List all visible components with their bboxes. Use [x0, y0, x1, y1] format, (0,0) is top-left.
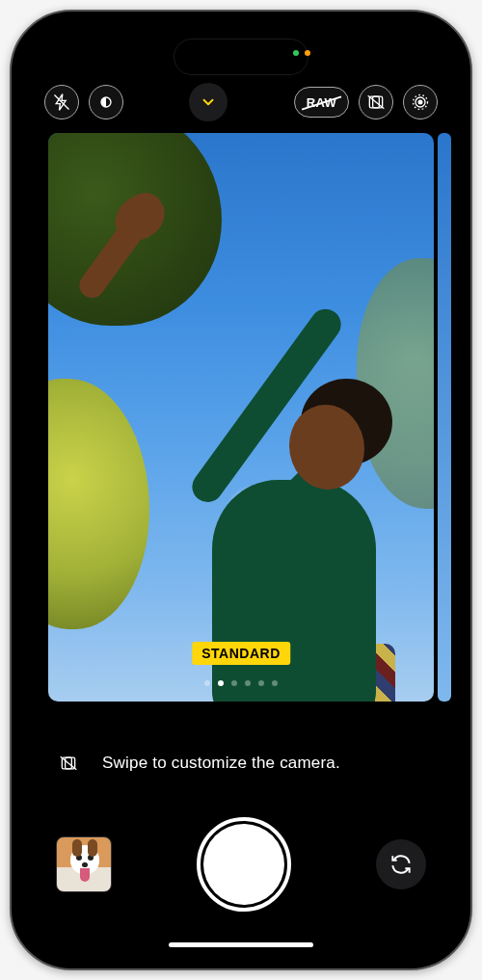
svg-point-5: [418, 100, 423, 105]
hint-text: Swipe to customize the camera.: [102, 754, 340, 773]
home-indicator[interactable]: [169, 942, 313, 947]
shutter-button[interactable]: [203, 824, 284, 905]
night-mode-icon: [96, 93, 116, 112]
photographic-styles-button[interactable]: [359, 85, 393, 119]
side-button: [470, 264, 472, 360]
hint-row: Swipe to customize the camera.: [23, 736, 459, 790]
flash-button[interactable]: [44, 85, 79, 119]
night-mode-button[interactable]: [89, 85, 123, 119]
last-photo-thumbnail[interactable]: [56, 836, 112, 892]
svg-line-4: [368, 95, 385, 108]
style-page-dots: [204, 680, 278, 686]
live-photo-icon: [411, 93, 430, 112]
camera-bottom-bar: [23, 807, 459, 922]
live-photo-button[interactable]: [403, 85, 438, 119]
hint-icon: [52, 747, 85, 780]
svg-line-10: [61, 756, 77, 769]
switch-camera-button[interactable]: [376, 839, 426, 889]
viewfinder[interactable]: STANDARD: [48, 133, 434, 702]
silent-switch: [10, 185, 12, 218]
next-style-peek[interactable]: [438, 133, 451, 702]
screen: RAW: [23, 23, 459, 957]
dynamic-island: [174, 39, 308, 75]
volume-up-button: [10, 243, 12, 303]
flash-off-icon: [52, 93, 71, 112]
privacy-indicator-dots: [293, 50, 310, 56]
camera-top-toolbar: RAW: [23, 79, 459, 125]
photographic-style-badge: STANDARD: [192, 642, 290, 665]
photographic-styles-icon: [59, 754, 78, 773]
volume-down-button: [10, 314, 12, 374]
photographic-styles-icon: [366, 93, 386, 112]
raw-toggle-button[interactable]: RAW: [294, 87, 349, 118]
switch-camera-icon: [388, 852, 414, 877]
phone-frame: RAW: [10, 10, 472, 970]
subject-preview: [145, 268, 395, 702]
controls-chevron-button[interactable]: [189, 83, 228, 121]
chevron-down-icon: [200, 93, 217, 111]
